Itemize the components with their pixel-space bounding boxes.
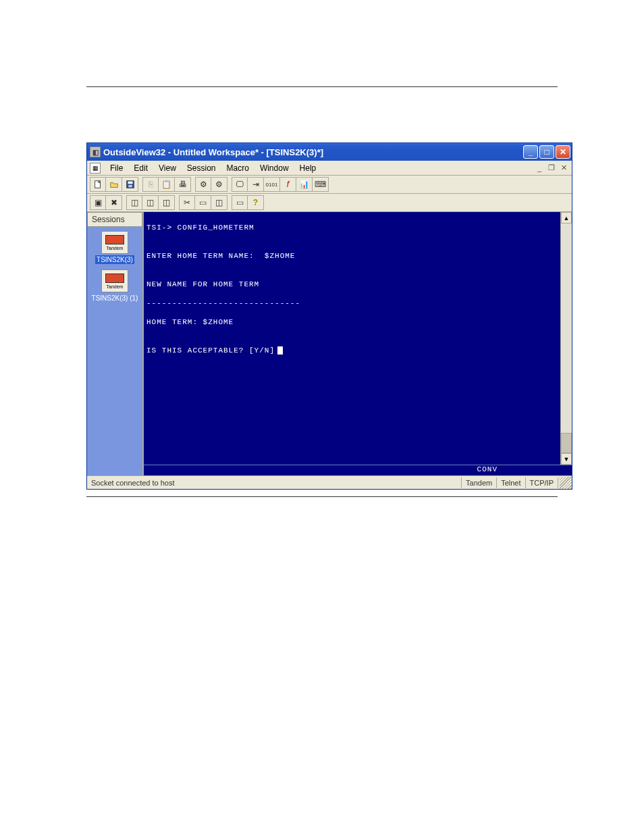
- cursor: [277, 346, 283, 355]
- minimize-button[interactable]: _: [523, 145, 538, 159]
- scroll-up-button[interactable]: ▲: [561, 212, 572, 224]
- monitor-icon: 🖵: [236, 180, 244, 189]
- app-window: ◧ OutsideView32 - Untitled Workspace* - …: [86, 142, 572, 490]
- scroll-down-button[interactable]: ▼: [561, 453, 572, 465]
- terminal-mode: CONV: [144, 465, 572, 475]
- menu-macro[interactable]: Macro: [221, 162, 254, 174]
- tool-c-button[interactable]: ◫: [126, 195, 142, 210]
- tool-b-button[interactable]: ✖: [106, 195, 122, 210]
- tool-f-button[interactable]: ✂: [179, 195, 195, 210]
- terminal-line: TSI-> CONFIG_HOMETERM: [146, 223, 558, 232]
- chart-icon: 📊: [299, 180, 309, 189]
- divider-top: [86, 86, 558, 87]
- terminal-icon: Tandem: [101, 231, 128, 254]
- titlebar: ◧ OutsideView32 - Untitled Workspace* - …: [87, 143, 572, 161]
- open-button[interactable]: [106, 177, 122, 192]
- chart-button[interactable]: 📊: [296, 177, 313, 192]
- tool-i-button[interactable]: ▭: [232, 195, 248, 210]
- tool-i-icon: ▭: [236, 198, 244, 207]
- mdi-minimize-button[interactable]: _: [534, 163, 545, 173]
- paste-button[interactable]: 📋: [159, 177, 175, 192]
- menu-help[interactable]: Help: [294, 162, 322, 174]
- sessions-panel: Sessions Tandem TSINS2K(3) Tandem TSINS2…: [87, 212, 142, 475]
- new-button[interactable]: [90, 177, 106, 192]
- function-icon: f: [287, 180, 289, 189]
- copy-icon: ⎘: [149, 180, 153, 189]
- status-cell-protocol: Telnet: [497, 477, 525, 488]
- mdi-document-icon[interactable]: ▦: [90, 163, 101, 174]
- menubar: ▦ File Edit View Session Macro Window He…: [87, 161, 572, 176]
- print-icon: 🖶: [179, 180, 187, 189]
- tool-h-icon: ◫: [215, 198, 223, 207]
- tool-d-button[interactable]: ◫: [142, 195, 159, 210]
- save-button[interactable]: [122, 177, 138, 192]
- session-item-0[interactable]: Tandem TSINS2K(3): [90, 231, 139, 264]
- tool-f-icon: ✂: [184, 198, 190, 207]
- paste-icon: 📋: [161, 180, 171, 189]
- svg-rect-3: [128, 185, 132, 188]
- status-cell-transport: TCP/IP: [526, 477, 558, 488]
- gear-icon: ⚙: [200, 180, 207, 189]
- close-button[interactable]: ✕: [556, 145, 570, 159]
- help-icon: ?: [253, 198, 258, 207]
- tool-d-icon: ◫: [146, 198, 154, 207]
- status-cell-terminal: Tandem: [462, 477, 497, 488]
- terminal-wrap: TSI-> CONFIG_HOMETERM ENTER HOME TERM NA…: [142, 212, 572, 475]
- toolbar-secondary: ▣ ✖ ◫ ◫ ◫ ✂ ▭ ◫ ▭ ?: [87, 194, 572, 212]
- divider-bottom: [86, 496, 558, 497]
- keyboard-icon: ⌨: [315, 180, 326, 189]
- scroll-track[interactable]: [561, 224, 572, 453]
- statusbar: Socket connected to host Tandem Telnet T…: [87, 475, 572, 489]
- mdi-close-button[interactable]: ✕: [558, 163, 569, 173]
- terminal-line: HOME TERM: $ZHOME: [146, 317, 558, 327]
- tool-e-button[interactable]: ◫: [159, 195, 175, 210]
- copy-button[interactable]: ⎘: [142, 177, 159, 192]
- session-item-1[interactable]: Tandem TSINS2K(3) (1): [90, 269, 139, 302]
- menu-window[interactable]: Window: [254, 162, 294, 174]
- scroll-thumb[interactable]: [561, 433, 572, 453]
- terminal-line: ENTER HOME TERM NAME: $ZHOME: [146, 251, 558, 261]
- client-area: Sessions Tandem TSINS2K(3) Tandem TSINS2…: [87, 212, 572, 475]
- terminal[interactable]: TSI-> CONFIG_HOMETERM ENTER HOME TERM NA…: [144, 212, 560, 465]
- status-message: Socket connected to host: [87, 477, 462, 488]
- resize-grip[interactable]: [560, 477, 572, 489]
- mdi-restore-button[interactable]: ❐: [546, 163, 557, 173]
- keyboard-button[interactable]: ⌨: [313, 177, 329, 192]
- menu-file[interactable]: File: [105, 162, 128, 174]
- maximize-button[interactable]: □: [539, 145, 554, 159]
- app-icon: ◧: [90, 147, 101, 157]
- function-button[interactable]: f: [280, 177, 296, 192]
- terminal-line: ------------------------------: [146, 298, 558, 308]
- session-label: TSINS2K(3) (1): [92, 294, 138, 302]
- binary-icon: 0101: [266, 182, 278, 188]
- toolbar-main: ⎘ 📋 🖶 ⚙ ⚙ 🖵 ⇥ 0101 f 📊 ⌨: [87, 176, 572, 194]
- tool-e-icon: ◫: [163, 198, 170, 207]
- svg-rect-2: [128, 182, 132, 184]
- terminal-line: NEW NAME FOR HOME TERM: [146, 280, 558, 289]
- tool-h-button[interactable]: ◫: [211, 195, 227, 210]
- menu-session[interactable]: Session: [182, 162, 221, 174]
- window-title: OutsideView32 - Untitled Workspace* - [T…: [103, 147, 523, 157]
- sessions-header: Sessions: [87, 212, 142, 227]
- monitor-button[interactable]: 🖵: [232, 177, 248, 192]
- session-label: TSINS2K(3): [95, 255, 134, 264]
- vertical-scrollbar[interactable]: ▲ ▼: [560, 212, 572, 465]
- tool-c-icon: ◫: [131, 198, 138, 207]
- connect-button[interactable]: ⇥: [248, 177, 264, 192]
- tool-a-button[interactable]: ▣: [90, 195, 106, 210]
- tool-b-icon: ✖: [111, 198, 117, 207]
- settings2-button[interactable]: ⚙: [211, 177, 227, 192]
- settings1-button[interactable]: ⚙: [195, 177, 211, 192]
- print-button[interactable]: 🖶: [175, 177, 191, 192]
- menu-view[interactable]: View: [153, 162, 182, 174]
- gears-icon: ⚙: [215, 180, 223, 189]
- tool-a-icon: ▣: [95, 198, 102, 207]
- binary-button[interactable]: 0101: [264, 177, 280, 192]
- help-tool-button[interactable]: ?: [248, 195, 264, 210]
- tool-g-button[interactable]: ▭: [195, 195, 211, 210]
- terminal-icon: Tandem: [101, 269, 128, 292]
- terminal-line: IS THIS ACCEPTABLE? [Y/N]: [146, 346, 558, 355]
- connect-icon: ⇥: [252, 180, 259, 189]
- menu-edit[interactable]: Edit: [128, 162, 153, 174]
- tool-g-icon: ▭: [199, 198, 207, 207]
